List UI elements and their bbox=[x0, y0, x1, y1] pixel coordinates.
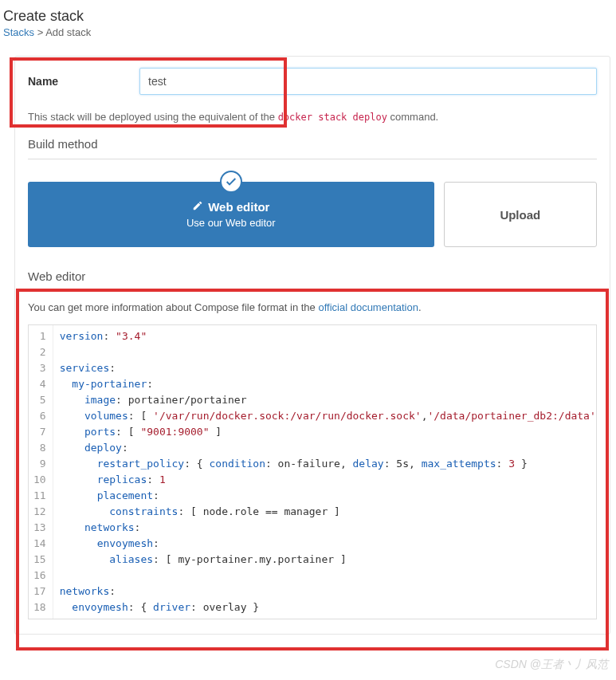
name-input[interactable] bbox=[139, 68, 597, 95]
line-number: 2 bbox=[33, 344, 46, 360]
code-line[interactable]: placement: bbox=[60, 488, 590, 504]
build-methods: Web editor Use our Web editor Upload bbox=[28, 182, 597, 247]
code-line[interactable]: networks: bbox=[60, 584, 590, 599]
info-suffix: . bbox=[418, 301, 422, 313]
web-editor-title: Web editor bbox=[28, 269, 597, 291]
code-line[interactable]: version: "3.4" bbox=[60, 328, 590, 344]
line-number: 1 bbox=[33, 328, 46, 344]
name-row: Name bbox=[28, 68, 597, 95]
line-number: 3 bbox=[33, 360, 46, 376]
code-line[interactable]: replicas: 1 bbox=[60, 472, 590, 488]
form-panel: Name This stack will be deployed using t… bbox=[14, 56, 610, 635]
editor-info: You can get more information about Compo… bbox=[28, 301, 597, 313]
method-web-editor-sub: Use our Web editor bbox=[186, 217, 276, 229]
code-editor[interactable]: 123456789101112131415161718 version: "3.… bbox=[28, 324, 597, 619]
code-line[interactable]: services: bbox=[60, 360, 590, 376]
line-number: 18 bbox=[33, 599, 46, 615]
breadcrumb: Stacks > Add stack bbox=[3, 26, 616, 38]
code-line[interactable]: networks: bbox=[60, 520, 590, 536]
code-line[interactable]: volumes: [ '/var/run/docker.sock:/var/ru… bbox=[60, 408, 590, 424]
line-gutter: 123456789101112131415161718 bbox=[29, 325, 53, 619]
method-web-editor[interactable]: Web editor Use our Web editor bbox=[28, 182, 434, 247]
page-header: Create stack Stacks > Add stack bbox=[0, 0, 616, 45]
line-number: 5 bbox=[33, 392, 46, 408]
line-number: 4 bbox=[33, 376, 46, 392]
line-number: 10 bbox=[33, 472, 46, 488]
method-web-editor-title: Web editor bbox=[192, 200, 269, 214]
code-line[interactable]: image: portainer/portainer bbox=[60, 392, 590, 408]
code-line[interactable]: restart_policy: { condition: on-failure,… bbox=[60, 456, 590, 472]
line-number: 9 bbox=[33, 456, 46, 472]
line-number: 12 bbox=[33, 504, 46, 520]
hint-suffix: command. bbox=[387, 111, 438, 123]
edit-icon bbox=[192, 200, 203, 214]
code-line[interactable] bbox=[60, 344, 590, 360]
method-upload[interactable]: Upload bbox=[444, 182, 597, 247]
code-line[interactable]: deploy: bbox=[60, 440, 590, 456]
code-content[interactable]: version: "3.4" services: my-portainer: i… bbox=[53, 325, 596, 619]
hint-prefix: This stack will be deployed using the eq… bbox=[28, 111, 278, 123]
code-line[interactable]: my-portainer: bbox=[60, 376, 590, 392]
build-method-title: Build method bbox=[28, 137, 597, 159]
code-line[interactable]: envoymesh: { driver: overlay } bbox=[60, 599, 590, 615]
info-prefix: You can get more information about Compo… bbox=[28, 301, 318, 313]
line-number: 14 bbox=[33, 536, 46, 552]
line-number: 7 bbox=[33, 424, 46, 440]
breadcrumb-sep: > bbox=[34, 26, 45, 38]
divider bbox=[28, 291, 597, 292]
watermark: CSDN @王者丶丿风范 bbox=[495, 658, 608, 672]
line-number: 8 bbox=[33, 440, 46, 456]
code-line[interactable]: envoymesh: bbox=[60, 536, 590, 552]
hint-code: docker stack deploy bbox=[278, 112, 387, 123]
docs-link[interactable]: official documentation bbox=[318, 301, 418, 313]
method-upload-label: Upload bbox=[500, 208, 540, 222]
code-line[interactable]: constraints: [ node.role == manager ] bbox=[60, 504, 590, 520]
page-title: Create stack bbox=[3, 8, 616, 25]
check-icon bbox=[220, 171, 242, 193]
deploy-hint: This stack will be deployed using the eq… bbox=[28, 111, 597, 123]
method-web-editor-label: Web editor bbox=[208, 200, 269, 214]
code-line[interactable] bbox=[60, 568, 590, 584]
line-number: 6 bbox=[33, 408, 46, 424]
breadcrumb-current: Add stack bbox=[45, 26, 91, 38]
line-number: 15 bbox=[33, 552, 46, 568]
code-line[interactable]: aliases: [ my-portainer.my.portainer ] bbox=[60, 552, 590, 568]
name-label: Name bbox=[28, 75, 139, 88]
line-number: 17 bbox=[33, 584, 46, 599]
line-number: 13 bbox=[33, 520, 46, 536]
breadcrumb-link-stacks[interactable]: Stacks bbox=[3, 26, 34, 38]
code-line[interactable]: ports: [ "9001:9000" ] bbox=[60, 424, 590, 440]
line-number: 16 bbox=[33, 568, 46, 584]
line-number: 11 bbox=[33, 488, 46, 504]
